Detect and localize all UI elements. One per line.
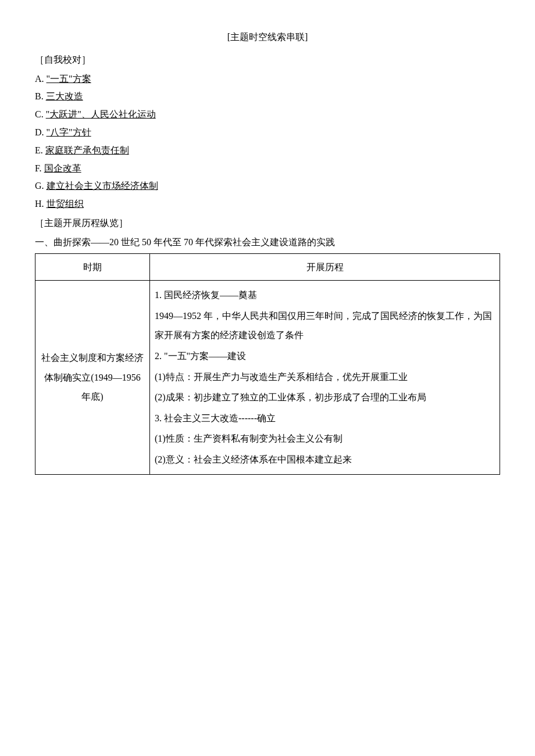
process-line-8: (2)意义：社会主义经济体系在中国根本建立起来: [155, 450, 495, 470]
item-f: F. 国企改革: [35, 160, 500, 177]
item-e-text: 家庭联产承包责任制: [45, 145, 129, 155]
item-e-prefix: E.: [35, 145, 45, 155]
self-check-label: ［自我校对］: [35, 52, 500, 69]
cell-period: 社会主义制度和方案经济体制确实立(1949—1956 年底): [35, 281, 150, 474]
process-line-3: 2. "一五"方案——建设: [155, 346, 495, 366]
item-c-prefix: C.: [35, 109, 46, 119]
item-d-text: "八字"方针: [47, 127, 91, 137]
item-h-prefix: H.: [35, 199, 47, 209]
item-f-prefix: F.: [35, 163, 44, 173]
process-line-7: (1)性质：生产资料私有制变为社会主义公有制: [155, 429, 495, 449]
item-h: H. 世贸组织: [35, 196, 500, 213]
item-g-prefix: G.: [35, 181, 47, 191]
header-process: 开展历程: [150, 253, 500, 281]
process-line-1: 1. 国民经济恢复——奠基: [155, 285, 495, 305]
process-line-6: 3. 社会主义三大改造------确立: [155, 409, 495, 428]
header-period: 时期: [35, 253, 150, 281]
item-g-text: 建立社会主义市场经济体制: [47, 181, 158, 191]
page-title: [主题时空线索串联]: [35, 29, 500, 46]
cell-process: 1. 国民经济恢复——奠基 1949—1952 年，中华人民共和国仅用三年时间，…: [150, 281, 500, 474]
item-d-prefix: D.: [35, 127, 47, 137]
item-a-text: "一五"方案: [47, 74, 91, 84]
item-b: B. 三大改造: [35, 88, 500, 105]
item-c-text: "大跃进"、人民公社化运动: [46, 109, 156, 119]
item-b-text: 三大改造: [46, 91, 83, 101]
process-line-2: 1949—1952 年，中华人民共和国仅用三年时间，完成了国民经济的恢复工作，为…: [155, 306, 495, 345]
history-table: 时期 开展历程 社会主义制度和方案经济体制确实立(1949—1956 年底) 1…: [35, 253, 500, 475]
item-f-text: 国企改革: [44, 163, 81, 173]
process-line-4: (1)特点：开展生产力与改造生产关系相结合，优先开展重工业: [155, 367, 495, 387]
item-g: G. 建立社会主义市场经济体制: [35, 178, 500, 195]
dev-label: ［主题开展历程纵览］: [35, 215, 500, 232]
item-a-prefix: A.: [35, 74, 47, 84]
item-e: E. 家庭联产承包责任制: [35, 142, 500, 159]
item-a: A. "一五"方案: [35, 71, 500, 88]
item-d: D. "八字"方针: [35, 124, 500, 141]
table-header-row: 时期 开展历程: [35, 253, 500, 281]
section-one-heading: 一、曲折探索——20 世纪 50 年代至 70 年代探索社会主义建设道路的实践: [35, 234, 500, 251]
table-row: 社会主义制度和方案经济体制确实立(1949—1956 年底) 1. 国民经济恢复…: [35, 281, 500, 474]
item-b-prefix: B.: [35, 91, 46, 101]
item-h-text: 世贸组织: [47, 199, 84, 209]
item-c: C. "大跃进"、人民公社化运动: [35, 106, 500, 123]
process-line-5: (2)成果：初步建立了独立的工业体系，初步形成了合理的工业布局: [155, 388, 495, 407]
